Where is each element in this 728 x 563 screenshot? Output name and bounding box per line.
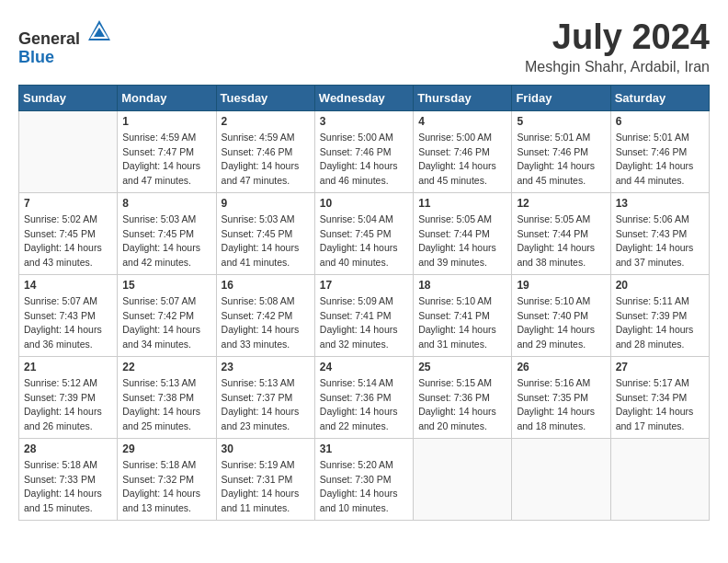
day-content: Sunrise: 5:07 AMSunset: 7:42 PMDaylight:… [122, 294, 210, 352]
calendar-cell: 10Sunrise: 5:04 AMSunset: 7:45 PMDayligh… [314, 192, 413, 274]
day-number: 4 [418, 115, 506, 128]
logo-icon [86, 18, 112, 44]
day-number: 1 [122, 115, 210, 128]
day-content: Sunrise: 5:10 AMSunset: 7:41 PMDaylight:… [418, 294, 506, 352]
day-content: Sunrise: 5:18 AMSunset: 7:33 PMDaylight:… [24, 458, 112, 516]
calendar-cell: 21Sunrise: 5:12 AMSunset: 7:39 PMDayligh… [19, 356, 118, 438]
calendar-cell: 9Sunrise: 5:03 AMSunset: 7:45 PMDaylight… [216, 192, 314, 274]
month-title: July 2024 [525, 18, 710, 57]
weekday-header-wednesday: Wednesday [314, 85, 413, 110]
day-content: Sunrise: 5:08 AMSunset: 7:42 PMDaylight:… [222, 294, 310, 352]
day-number: 27 [616, 361, 704, 373]
calendar-cell [512, 438, 610, 520]
day-content: Sunrise: 5:11 AMSunset: 7:39 PMDaylight:… [616, 294, 704, 352]
calendar-cell [610, 438, 709, 520]
day-content: Sunrise: 5:05 AMSunset: 7:44 PMDaylight:… [517, 213, 605, 270]
day-content: Sunrise: 5:00 AMSunset: 7:46 PMDaylight:… [418, 131, 506, 189]
calendar-cell: 28Sunrise: 5:18 AMSunset: 7:33 PMDayligh… [19, 438, 118, 520]
day-number: 7 [24, 197, 112, 210]
calendar-table: SundayMondayTuesdayWednesdayThursdayFrid… [18, 85, 710, 521]
day-number: 30 [222, 442, 310, 455]
calendar-cell: 6Sunrise: 5:01 AMSunset: 7:46 PMDaylight… [610, 110, 709, 192]
day-number: 13 [616, 197, 704, 210]
calendar-cell: 24Sunrise: 5:14 AMSunset: 7:36 PMDayligh… [314, 356, 413, 438]
day-content: Sunrise: 5:14 AMSunset: 7:36 PMDaylight:… [320, 376, 408, 434]
day-number: 19 [517, 279, 605, 292]
calendar-cell: 1Sunrise: 4:59 AMSunset: 7:47 PMDaylight… [118, 110, 216, 192]
day-number: 29 [122, 442, 210, 455]
day-content: Sunrise: 5:00 AMSunset: 7:46 PMDaylight:… [320, 131, 408, 189]
day-number: 20 [616, 279, 704, 292]
logo-blue: Blue [18, 48, 54, 66]
calendar-cell: 25Sunrise: 5:15 AMSunset: 7:36 PMDayligh… [414, 356, 512, 438]
day-number: 31 [320, 442, 408, 455]
calendar-week-row: 1Sunrise: 4:59 AMSunset: 7:47 PMDaylight… [19, 110, 710, 192]
day-content: Sunrise: 5:13 AMSunset: 7:38 PMDaylight:… [122, 376, 210, 434]
day-content: Sunrise: 5:09 AMSunset: 7:41 PMDaylight:… [320, 294, 408, 352]
day-content: Sunrise: 5:03 AMSunset: 7:45 PMDaylight:… [222, 213, 310, 270]
calendar-cell: 13Sunrise: 5:06 AMSunset: 7:43 PMDayligh… [610, 192, 709, 274]
day-content: Sunrise: 5:20 AMSunset: 7:30 PMDaylight:… [320, 458, 408, 516]
calendar-cell: 20Sunrise: 5:11 AMSunset: 7:39 PMDayligh… [610, 274, 709, 356]
calendar-cell [414, 438, 512, 520]
calendar-cell: 5Sunrise: 5:01 AMSunset: 7:46 PMDaylight… [512, 110, 610, 192]
day-number: 18 [418, 279, 506, 292]
day-content: Sunrise: 5:01 AMSunset: 7:46 PMDaylight:… [517, 131, 605, 189]
calendar-cell: 8Sunrise: 5:03 AMSunset: 7:45 PMDaylight… [118, 192, 216, 274]
weekday-header-tuesday: Tuesday [216, 85, 314, 110]
day-content: Sunrise: 5:04 AMSunset: 7:45 PMDaylight:… [320, 213, 408, 270]
day-number: 2 [222, 115, 310, 128]
day-content: Sunrise: 5:15 AMSunset: 7:36 PMDaylight:… [418, 376, 506, 434]
day-number: 9 [222, 197, 310, 210]
day-content: Sunrise: 5:13 AMSunset: 7:37 PMDaylight:… [222, 376, 310, 434]
day-number: 16 [222, 279, 310, 292]
weekday-header-thursday: Thursday [414, 85, 512, 110]
day-number: 23 [222, 361, 310, 373]
calendar-cell: 17Sunrise: 5:09 AMSunset: 7:41 PMDayligh… [314, 274, 413, 356]
day-number: 5 [517, 115, 605, 128]
day-content: Sunrise: 5:12 AMSunset: 7:39 PMDaylight:… [24, 376, 112, 434]
calendar-cell: 23Sunrise: 5:13 AMSunset: 7:37 PMDayligh… [216, 356, 314, 438]
location-title: Meshgin Shahr, Ardabil, Iran [525, 59, 710, 75]
day-content: Sunrise: 5:01 AMSunset: 7:46 PMDaylight:… [616, 131, 704, 189]
day-content: Sunrise: 5:07 AMSunset: 7:43 PMDaylight:… [24, 294, 112, 352]
weekday-header-sunday: Sunday [19, 85, 118, 110]
day-number: 12 [517, 197, 605, 210]
calendar-cell: 26Sunrise: 5:16 AMSunset: 7:35 PMDayligh… [512, 356, 610, 438]
calendar-cell: 11Sunrise: 5:05 AMSunset: 7:44 PMDayligh… [414, 192, 512, 274]
calendar-cell: 3Sunrise: 5:00 AMSunset: 7:46 PMDaylight… [314, 110, 413, 192]
calendar-cell: 2Sunrise: 4:59 AMSunset: 7:46 PMDaylight… [216, 110, 314, 192]
day-number: 21 [24, 361, 112, 373]
calendar-cell: 19Sunrise: 5:10 AMSunset: 7:40 PMDayligh… [512, 274, 610, 356]
calendar-cell: 29Sunrise: 5:18 AMSunset: 7:32 PMDayligh… [118, 438, 216, 520]
logo-general: General [18, 29, 80, 48]
day-content: Sunrise: 5:06 AMSunset: 7:43 PMDaylight:… [616, 213, 704, 270]
calendar-cell: 18Sunrise: 5:10 AMSunset: 7:41 PMDayligh… [414, 274, 512, 356]
weekday-header-row: SundayMondayTuesdayWednesdayThursdayFrid… [19, 85, 710, 110]
day-number: 3 [320, 115, 408, 128]
calendar-cell: 14Sunrise: 5:07 AMSunset: 7:43 PMDayligh… [19, 274, 118, 356]
day-content: Sunrise: 5:17 AMSunset: 7:34 PMDaylight:… [616, 376, 704, 434]
calendar-week-row: 21Sunrise: 5:12 AMSunset: 7:39 PMDayligh… [19, 356, 710, 438]
calendar-cell [19, 110, 118, 192]
weekday-header-friday: Friday [512, 85, 610, 110]
logo: General Blue [18, 18, 112, 67]
day-number: 26 [517, 361, 605, 373]
page-header: General Blue July 2024 Meshgin Shahr, Ar… [18, 18, 710, 75]
day-number: 10 [320, 197, 408, 210]
day-content: Sunrise: 5:10 AMSunset: 7:40 PMDaylight:… [517, 294, 605, 352]
day-content: Sunrise: 5:16 AMSunset: 7:35 PMDaylight:… [517, 376, 605, 434]
calendar-week-row: 14Sunrise: 5:07 AMSunset: 7:43 PMDayligh… [19, 274, 710, 356]
calendar-cell: 4Sunrise: 5:00 AMSunset: 7:46 PMDaylight… [414, 110, 512, 192]
day-content: Sunrise: 5:18 AMSunset: 7:32 PMDaylight:… [122, 458, 210, 516]
day-content: Sunrise: 5:19 AMSunset: 7:31 PMDaylight:… [222, 458, 310, 516]
title-area: July 2024 Meshgin Shahr, Ardabil, Iran [525, 18, 710, 75]
calendar-week-row: 7Sunrise: 5:02 AMSunset: 7:45 PMDaylight… [19, 192, 710, 274]
day-number: 24 [320, 361, 408, 373]
calendar-cell: 16Sunrise: 5:08 AMSunset: 7:42 PMDayligh… [216, 274, 314, 356]
day-content: Sunrise: 5:05 AMSunset: 7:44 PMDaylight:… [418, 213, 506, 270]
calendar-week-row: 28Sunrise: 5:18 AMSunset: 7:33 PMDayligh… [19, 438, 710, 520]
day-content: Sunrise: 4:59 AMSunset: 7:46 PMDaylight:… [222, 131, 310, 189]
calendar-cell: 22Sunrise: 5:13 AMSunset: 7:38 PMDayligh… [118, 356, 216, 438]
day-number: 25 [418, 361, 506, 373]
